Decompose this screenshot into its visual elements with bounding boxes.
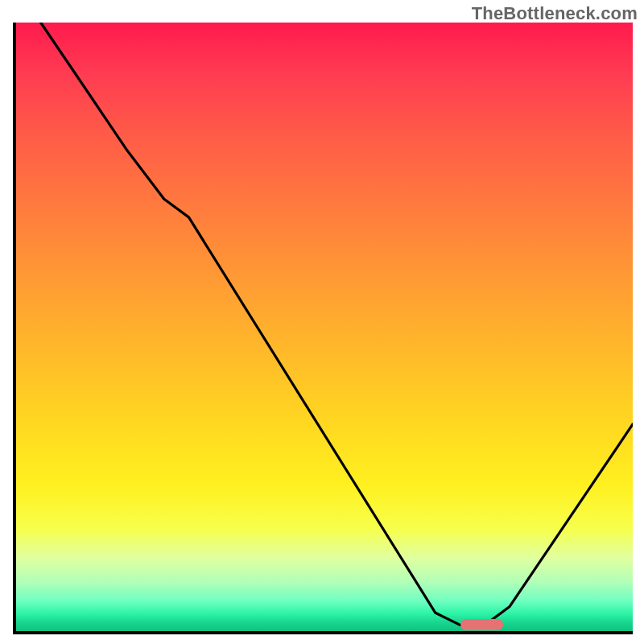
watermark-text: TheBottleneck.com [472, 3, 638, 24]
bottleneck-chart: TheBottleneck.com [0, 0, 644, 644]
plot-frame [13, 23, 633, 634]
heat-gradient-background [16, 23, 633, 631]
optimum-marker [460, 619, 504, 630]
